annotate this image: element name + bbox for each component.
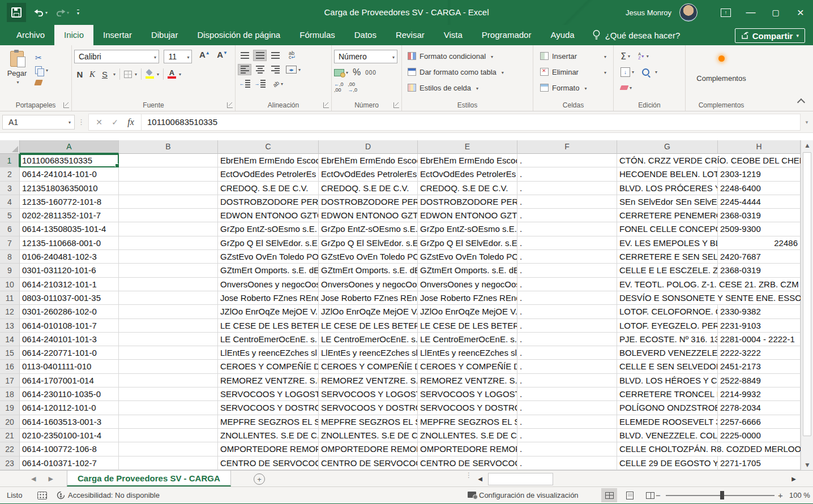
zoom-in-icon[interactable]: + bbox=[778, 487, 783, 503]
ribbon-display-options-button[interactable]: ↑ bbox=[713, 0, 738, 25]
cell-B11[interactable] bbox=[119, 291, 218, 305]
row-header-20[interactable]: 20 bbox=[0, 415, 20, 429]
cell-C1[interactable]: EbrEhEm ErmEndo EscocOE bbox=[218, 154, 319, 167]
cell-D8[interactable]: GZstEvo OvEn Toledo PO bbox=[319, 250, 418, 264]
cell-G7[interactable]: EV. LES EMEPOLES Y BL bbox=[617, 236, 718, 250]
undo-caret-icon[interactable]: ▾ bbox=[45, 10, 48, 15]
font-color-icon[interactable]: A bbox=[168, 70, 176, 79]
cell-D18[interactable]: SERVOCOOS Y LOGOSTO bbox=[319, 387, 418, 401]
row-header-6[interactable]: 6 bbox=[0, 222, 20, 236]
zoom-slider-thumb[interactable] bbox=[720, 491, 724, 499]
cell-F11[interactable]: . bbox=[517, 291, 617, 305]
cell-A23[interactable]: 0614-010371-102-7 bbox=[20, 456, 119, 470]
cell-D6[interactable]: GrZpo EntZ-sOEsmo s.E. d bbox=[319, 222, 418, 236]
underline-caret-icon[interactable] bbox=[112, 69, 115, 79]
cell-A18[interactable]: 0614-230110-1035-0 bbox=[20, 387, 119, 401]
cell-H9[interactable]: 2368-0319 bbox=[718, 264, 801, 277]
cell-E12[interactable]: JZlOo EnrOqZe MejOE V. bbox=[418, 305, 517, 318]
cell-G17[interactable]: BLVD. LOS HÉROES Y CE bbox=[617, 374, 718, 387]
zoom-out-icon[interactable]: − bbox=[656, 487, 661, 503]
share-button[interactable]: Compartir ▾ bbox=[735, 28, 805, 43]
cell-H5[interactable]: 2368-0319 bbox=[718, 209, 801, 222]
align-left-button[interactable] bbox=[238, 64, 251, 75]
row-header-23[interactable]: 23 bbox=[0, 456, 20, 470]
row-header-8[interactable]: 8 bbox=[0, 250, 20, 264]
cell-H15[interactable]: 2222-3222 bbox=[718, 346, 801, 360]
cell-B23[interactable] bbox=[119, 456, 218, 470]
cell-H19[interactable]: 2278-2034 bbox=[718, 401, 801, 415]
cell-G22[interactable]: CELLE CHOLTOZPÁN. R8. COZDED MERLOO bbox=[617, 442, 718, 456]
cell-B8[interactable] bbox=[119, 250, 218, 264]
ribbon-tab-revisar[interactable]: Revisar bbox=[386, 25, 434, 45]
cell-B20[interactable] bbox=[119, 415, 218, 429]
cell-F8[interactable]: . bbox=[517, 250, 617, 264]
cell-D16[interactable]: CEROES Y COMPEÑÍE DE bbox=[319, 360, 418, 373]
cell-D12[interactable]: JZlOo EnrOqZe MejOE V. bbox=[319, 305, 418, 318]
ribbon-tab-vista[interactable]: Vista bbox=[434, 25, 472, 45]
cell-G8[interactable]: CERRETERE E SEN SELV bbox=[617, 250, 718, 264]
cell-B2[interactable] bbox=[119, 167, 218, 181]
conditional-formatting-button[interactable]: Formato condicional bbox=[408, 50, 530, 62]
cell-F2[interactable]: . bbox=[517, 167, 617, 181]
cell-C5[interactable]: EDWON ENTONOO GZTOE bbox=[218, 209, 319, 222]
cell-C23[interactable]: CENTRO DE SERVOCOO bbox=[218, 456, 319, 470]
cell-C19[interactable]: SERVOCOOS Y DOSTROB bbox=[218, 401, 319, 415]
cell-C20[interactable]: MEPFRE SEGZROS EL SE bbox=[218, 415, 319, 429]
display-settings-button[interactable]: Configuración de visualización bbox=[479, 487, 579, 503]
cell-D2[interactable]: EctOvOdEdes PetrolerEs bbox=[319, 167, 418, 181]
fill-button[interactable]: ↓ bbox=[621, 67, 634, 77]
cell-E9[interactable]: GZtmErt Omports. s.E. dE bbox=[418, 264, 517, 277]
cell-C10[interactable]: OnversOones y negocOos bbox=[218, 278, 319, 291]
new-sheet-button[interactable]: + bbox=[254, 473, 265, 485]
tab-scrollbar-splitter[interactable]: ⋮ bbox=[465, 473, 472, 477]
cell-D1[interactable]: EbrEhEm ErmEndo EscocOE bbox=[319, 154, 418, 167]
row-header-12[interactable]: 12 bbox=[0, 305, 20, 318]
copy-icon[interactable] bbox=[35, 66, 42, 74]
cancel-entry-icon[interactable]: ✕ bbox=[91, 118, 107, 127]
select-all-button[interactable] bbox=[0, 140, 20, 154]
cell-F14[interactable]: . bbox=[517, 333, 617, 346]
cell-C9[interactable]: GZtmErt Omports. s.E. dE bbox=[218, 264, 319, 277]
cell-H4[interactable]: 2245-4444 bbox=[718, 195, 801, 209]
align-center-button[interactable] bbox=[253, 64, 267, 75]
cell-E4[interactable]: DOSTROBZODORE PEREGON bbox=[418, 195, 517, 209]
formula-bar-splitter[interactable]: ⋮ bbox=[78, 118, 85, 126]
orientation-button[interactable]: ab bbox=[268, 78, 288, 89]
cell-C7[interactable]: GrZpo Q El SElvEdor. s.E. bbox=[218, 236, 319, 250]
font-size-combo[interactable]: 11 bbox=[164, 50, 192, 63]
cell-C17[interactable]: REMOREZ VENTZRE. S.E. bbox=[218, 374, 319, 387]
save-button[interactable] bbox=[7, 3, 26, 22]
cell-B18[interactable] bbox=[119, 387, 218, 401]
insert-function-icon[interactable]: fx bbox=[123, 117, 139, 127]
cell-A2[interactable]: 0614-241014-101-0 bbox=[20, 167, 119, 181]
alignment-dialog-launcher[interactable] bbox=[323, 102, 329, 108]
cell-D20[interactable]: MEPFRE SEGZROS EL SE bbox=[319, 415, 418, 429]
ribbon-tab-insertar[interactable]: Insertar bbox=[93, 25, 142, 45]
row-header-21[interactable]: 21 bbox=[0, 429, 20, 442]
cell-D15[interactable]: LlEntEs y reencEZches sl bbox=[319, 346, 418, 360]
cell-G12[interactable]: LOTOF. CELOFORNOE. C bbox=[617, 305, 718, 318]
cell-G20[interactable]: ELEMEDE ROOSEVELT 3 bbox=[617, 415, 718, 429]
macro-record-icon[interactable] bbox=[37, 492, 47, 499]
expand-formula-bar-icon[interactable]: ▾ bbox=[801, 119, 813, 125]
cell-B15[interactable] bbox=[119, 346, 218, 360]
cell-E19[interactable]: SERVOCOOS Y DOSTROB bbox=[418, 401, 517, 415]
cell-G5[interactable]: CERRETERE PENEMERO bbox=[617, 209, 718, 222]
cell-E2[interactable]: EctOvOdEdes PetrolerEs bbox=[418, 167, 517, 181]
row-header-9[interactable]: 9 bbox=[0, 264, 20, 277]
row-header-4[interactable]: 4 bbox=[0, 195, 20, 209]
bold-button[interactable]: N bbox=[74, 68, 85, 80]
avatar[interactable] bbox=[679, 3, 698, 21]
cell-D10[interactable]: OnversOones y negocOos bbox=[319, 278, 418, 291]
cell-B9[interactable] bbox=[119, 264, 218, 277]
cell-F12[interactable]: . bbox=[517, 305, 617, 318]
cell-H21[interactable]: 2225-0000 bbox=[718, 429, 801, 442]
merge-center-button[interactable]: ◂▸ bbox=[284, 64, 303, 75]
percent-style-button[interactable]: % bbox=[353, 67, 361, 77]
cell-D17[interactable]: REMOREZ VENTZRE. S.E. bbox=[319, 374, 418, 387]
row-header-2[interactable]: 2 bbox=[0, 167, 20, 181]
cell-E13[interactable]: LE CESE DE LES BETEROE bbox=[418, 319, 517, 333]
accounting-format-button[interactable] bbox=[334, 67, 348, 77]
font-dialog-launcher[interactable] bbox=[227, 102, 233, 108]
cell-B3[interactable] bbox=[119, 182, 218, 195]
